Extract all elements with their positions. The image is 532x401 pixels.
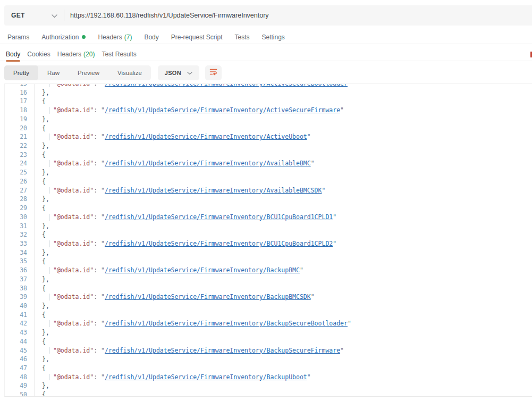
json-property: "@odata.id": "/redfish/v1/UpdateService/… bbox=[53, 373, 311, 382]
line-number: 39 bbox=[5, 293, 27, 302]
indent-guide bbox=[49, 133, 50, 140]
odata-link[interactable]: /redfish/v1/UpdateService/FirmwareInvent… bbox=[105, 83, 348, 87]
json-key: "@odata.id" bbox=[53, 160, 94, 167]
indent-guide bbox=[49, 240, 50, 247]
json-property: "@odata.id": "/redfish/v1/UpdateService/… bbox=[53, 319, 351, 328]
request-tab-pre-request-script[interactable]: Pre-request Script bbox=[171, 34, 223, 41]
line-number: 34 bbox=[5, 248, 27, 257]
wrap-text-button[interactable] bbox=[205, 65, 222, 80]
odata-link[interactable]: /redfish/v1/UpdateService/FirmwareInvent… bbox=[105, 133, 307, 140]
response-tab-body[interactable]: Body bbox=[6, 47, 20, 61]
chevron-down-icon bbox=[52, 11, 57, 20]
json-key: "@odata.id" bbox=[53, 187, 94, 194]
view-mode-pretty[interactable]: Pretty bbox=[4, 65, 38, 80]
odata-link[interactable]: /redfish/v1/UpdateService/FirmwareInvent… bbox=[105, 373, 307, 381]
odata-link[interactable]: /redfish/v1/UpdateService/FirmwareInvent… bbox=[105, 320, 348, 327]
request-tab-settings[interactable]: Settings bbox=[262, 34, 285, 41]
line-number: 47 bbox=[5, 364, 27, 373]
code-line: 15"@odata.id": "/redfish/v1/UpdateServic… bbox=[5, 83, 532, 88]
line-number: 15 bbox=[5, 83, 27, 88]
request-tab-tests[interactable]: Tests bbox=[234, 34, 249, 41]
code-line: 25}, bbox=[5, 168, 532, 177]
code-line: 31}, bbox=[5, 222, 532, 231]
odata-link[interactable]: /redfish/v1/UpdateService/FirmwareInvent… bbox=[105, 266, 300, 274]
quote: " bbox=[101, 106, 105, 114]
code-line: 19}, bbox=[5, 115, 532, 124]
code-line: 37}, bbox=[5, 275, 532, 284]
open-brace: { bbox=[42, 337, 46, 346]
method-selector[interactable]: GET bbox=[4, 11, 64, 20]
tab-label: Headers bbox=[98, 34, 122, 41]
response-tab-cookies[interactable]: Cookies bbox=[27, 47, 50, 61]
view-mode-preview[interactable]: Preview bbox=[69, 65, 108, 80]
tab-label: Settings bbox=[262, 34, 285, 41]
line-number: 30 bbox=[5, 213, 27, 222]
open-brace: { bbox=[42, 204, 46, 213]
quote: " bbox=[311, 293, 315, 300]
quote: " bbox=[101, 187, 105, 194]
indent-guide bbox=[49, 347, 50, 354]
code-line: 18"@odata.id": "/redfish/v1/UpdateServic… bbox=[5, 106, 532, 115]
url-input[interactable]: https://192.168.60.118/redfish/v1/Update… bbox=[64, 12, 269, 19]
line-number: 48 bbox=[5, 373, 27, 382]
request-tab-authorization[interactable]: Authorization bbox=[41, 34, 86, 41]
response-body-code-viewer[interactable]: 15"@odata.id": "/redfish/v1/UpdateServic… bbox=[4, 83, 532, 397]
close-brace: }, bbox=[42, 248, 49, 257]
request-tab-body[interactable]: Body bbox=[144, 34, 158, 41]
indent-guide bbox=[49, 107, 50, 114]
json-key: "@odata.id" bbox=[53, 133, 94, 140]
response-tab-test-results[interactable]: Test Results bbox=[102, 47, 136, 61]
request-tab-headers[interactable]: Headers(7) bbox=[98, 34, 132, 41]
code-line: 45"@odata.id": "/redfish/v1/UpdateServic… bbox=[5, 346, 532, 355]
tab-label: Cookies bbox=[27, 51, 50, 58]
code-line: 50{ bbox=[5, 390, 532, 397]
view-mode-visualize[interactable]: Visualize bbox=[108, 65, 151, 80]
view-mode-group: PrettyRawPreviewVisualize bbox=[4, 65, 151, 80]
line-number: 35 bbox=[5, 257, 27, 266]
odata-link[interactable]: /redfish/v1/UpdateService/FirmwareInvent… bbox=[105, 293, 311, 300]
tab-label: Pre-request Script bbox=[171, 34, 223, 41]
code-line: 47{ bbox=[5, 364, 532, 373]
odata-link[interactable]: /redfish/v1/UpdateService/FirmwareInvent… bbox=[105, 240, 333, 247]
line-number: 27 bbox=[5, 186, 27, 195]
code-line: 16}, bbox=[5, 88, 532, 97]
line-number: 19 bbox=[5, 115, 27, 124]
open-brace: { bbox=[42, 151, 46, 160]
odata-link[interactable]: /redfish/v1/UpdateService/FirmwareInvent… bbox=[105, 347, 340, 354]
quote: " bbox=[101, 373, 105, 381]
request-tab-params[interactable]: Params bbox=[7, 34, 29, 41]
json-key: "@odata.id" bbox=[53, 213, 94, 221]
json-property: "@odata.id": "/redfish/v1/UpdateService/… bbox=[53, 159, 315, 168]
close-brace: }, bbox=[42, 302, 49, 311]
code-line: 21"@odata.id": "/redfish/v1/UpdateServic… bbox=[5, 132, 532, 141]
colon: : bbox=[94, 240, 101, 247]
line-number: 16 bbox=[5, 88, 27, 97]
code-line: 20{ bbox=[5, 124, 532, 133]
quote: " bbox=[340, 347, 344, 354]
response-tab-headers[interactable]: Headers(20) bbox=[57, 47, 95, 61]
quote: " bbox=[101, 213, 105, 221]
indent-guide bbox=[49, 320, 50, 327]
code-line: 30"@odata.id": "/redfish/v1/UpdateServic… bbox=[5, 213, 532, 222]
tab-count-badge: (20) bbox=[83, 51, 95, 58]
close-brace: }, bbox=[42, 355, 49, 364]
tab-label: Body bbox=[6, 51, 20, 58]
json-property: "@odata.id": "/redfish/v1/UpdateService/… bbox=[53, 132, 311, 141]
code-line: 26{ bbox=[5, 177, 532, 186]
code-line: 23{ bbox=[5, 151, 532, 160]
quote: " bbox=[307, 373, 311, 381]
odata-link[interactable]: /redfish/v1/UpdateService/FirmwareInvent… bbox=[105, 160, 311, 167]
colon: : bbox=[94, 83, 101, 87]
quote: " bbox=[101, 320, 105, 327]
odata-link[interactable]: /redfish/v1/UpdateService/FirmwareInvent… bbox=[105, 213, 333, 221]
code-line: 32{ bbox=[5, 230, 532, 239]
code-line: 34}, bbox=[5, 248, 532, 257]
line-number: 36 bbox=[5, 266, 27, 275]
line-number: 17 bbox=[5, 97, 27, 106]
odata-link[interactable]: /redfish/v1/UpdateService/FirmwareInvent… bbox=[105, 187, 322, 194]
view-mode-raw[interactable]: Raw bbox=[38, 65, 69, 80]
format-selector[interactable]: JSON bbox=[158, 65, 199, 80]
quote: " bbox=[101, 347, 105, 354]
response-tabs: BodyCookiesHeaders(20)Test Results bbox=[0, 47, 532, 61]
odata-link[interactable]: /redfish/v1/UpdateService/FirmwareInvent… bbox=[105, 106, 340, 114]
